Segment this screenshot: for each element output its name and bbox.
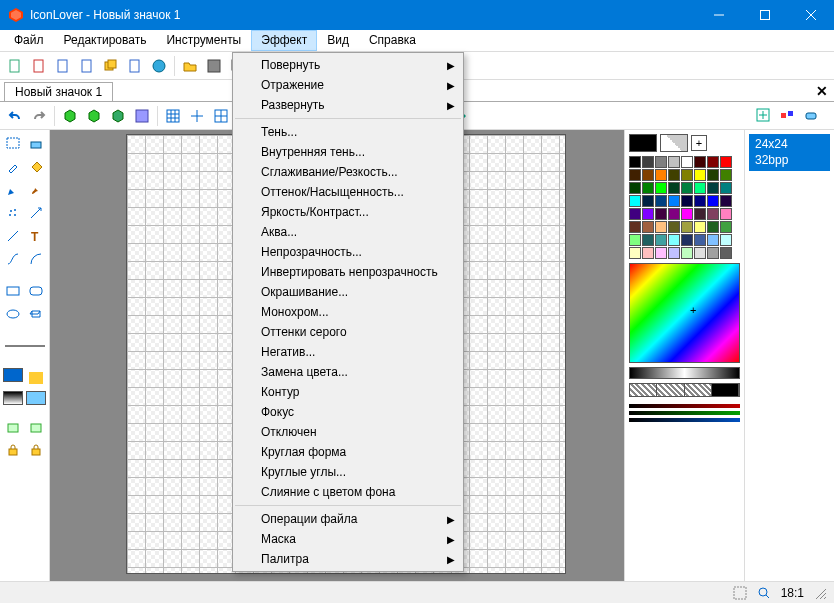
palette-swatch[interactable] [681, 208, 693, 220]
eraser-icon[interactable] [802, 106, 820, 124]
palette-swatch[interactable] [655, 221, 667, 233]
menu-invert-opacity[interactable]: Инвертировать непрозрачность [233, 262, 463, 282]
palette-swatch[interactable] [668, 169, 680, 181]
palette-swatch[interactable] [668, 247, 680, 259]
palette-swatch[interactable] [694, 208, 706, 220]
palette-swatch[interactable] [629, 208, 641, 220]
menu-unfold[interactable]: Развернуть▶ [233, 95, 463, 115]
palette-swatch[interactable] [694, 156, 706, 168]
alpha-sliders[interactable] [629, 401, 740, 422]
globe-icon[interactable] [150, 57, 168, 75]
palette-swatch[interactable] [655, 234, 667, 246]
palette-swatch[interactable] [668, 221, 680, 233]
pencil-tool[interactable] [3, 180, 23, 200]
menu-opacity[interactable]: Непрозрачность... [233, 242, 463, 262]
palette-swatch[interactable] [707, 234, 719, 246]
palette-swatch[interactable] [629, 247, 641, 259]
menu-hue[interactable]: Оттенок/Насыщенность... [233, 182, 463, 202]
brush-tool[interactable] [26, 180, 46, 200]
menu-view[interactable]: Вид [317, 30, 359, 51]
menu-aqua[interactable]: Аква... [233, 222, 463, 242]
layers-icon[interactable] [3, 417, 23, 437]
palette-swatch[interactable] [629, 182, 641, 194]
palette-swatch[interactable] [720, 208, 732, 220]
palette-swatch[interactable] [720, 221, 732, 233]
ellipse-tool[interactable] [3, 304, 23, 324]
redo-icon[interactable] [30, 107, 48, 125]
menu-round-shape[interactable]: Круглая форма [233, 442, 463, 462]
palette-swatch[interactable] [655, 195, 667, 207]
palette-swatch[interactable] [681, 169, 693, 181]
palette-swatch[interactable] [720, 247, 732, 259]
palette-swatch[interactable] [668, 182, 680, 194]
menu-outline[interactable]: Контур [233, 382, 463, 402]
menu-shadow[interactable]: Тень... [233, 122, 463, 142]
menu-round-corners[interactable]: Круглые углы... [233, 462, 463, 482]
curve-tool[interactable] [3, 249, 23, 269]
palette-swatch[interactable] [655, 169, 667, 181]
palette-swatch[interactable] [707, 182, 719, 194]
palette-swatch[interactable] [655, 208, 667, 220]
save-icon[interactable] [205, 57, 223, 75]
palette-swatch[interactable] [707, 169, 719, 181]
palette-swatch[interactable] [720, 195, 732, 207]
palette-swatch[interactable] [642, 247, 654, 259]
menu-rotate[interactable]: Повернуть▶ [233, 55, 463, 75]
palette-swatch[interactable] [655, 247, 667, 259]
alpha-line[interactable] [629, 411, 740, 415]
menu-negative[interactable]: Негатив... [233, 342, 463, 362]
menu-focus[interactable]: Фокус [233, 402, 463, 422]
eraser-tool[interactable] [26, 134, 46, 154]
palette-swatch[interactable] [707, 156, 719, 168]
undo-icon[interactable] [6, 107, 24, 125]
new-doc3-icon[interactable] [78, 57, 96, 75]
cube2-icon[interactable] [85, 107, 103, 125]
palette-swatch[interactable] [642, 234, 654, 246]
3d-tool[interactable] [26, 304, 46, 324]
palette-swatch[interactable] [720, 169, 732, 181]
palette-swatch[interactable] [642, 156, 654, 168]
menu-file-ops[interactable]: Операции файла▶ [233, 509, 463, 529]
palette-swatch[interactable] [681, 156, 693, 168]
menu-mono[interactable]: Монохром... [233, 302, 463, 322]
palette-swatch[interactable] [707, 195, 719, 207]
palette-swatch[interactable] [642, 208, 654, 220]
palette-swatch[interactable] [629, 195, 641, 207]
fill-pattern[interactable] [26, 368, 46, 388]
hue-picker[interactable] [629, 263, 740, 363]
palette-swatch[interactable] [668, 234, 680, 246]
palette-swatch[interactable] [681, 221, 693, 233]
menu-edit[interactable]: Редактировать [54, 30, 157, 51]
menu-mask[interactable]: Маска▶ [233, 529, 463, 549]
pattern-bar[interactable] [629, 383, 740, 397]
add-color-icon[interactable]: + [691, 135, 707, 151]
alpha-line[interactable] [629, 404, 740, 408]
gradient-tool[interactable] [26, 203, 46, 223]
palette-swatch[interactable] [668, 156, 680, 168]
palette-swatch[interactable] [694, 247, 706, 259]
menu-merge-bg[interactable]: Слияние с цветом фона [233, 482, 463, 502]
rect-tool[interactable] [3, 281, 23, 301]
fill-tool[interactable] [26, 157, 46, 177]
alpha-line[interactable] [629, 418, 740, 422]
palette-swatch[interactable] [720, 156, 732, 168]
resize-grip[interactable] [814, 587, 826, 599]
gradient-bar[interactable] [629, 367, 740, 379]
bg-color[interactable] [660, 134, 688, 152]
line-tool[interactable] [3, 226, 23, 246]
palette-swatch[interactable] [694, 221, 706, 233]
menu-flip[interactable]: Отражение▶ [233, 75, 463, 95]
color-swap-icon[interactable] [778, 106, 796, 124]
color-palette[interactable] [629, 156, 740, 259]
grid2-icon[interactable] [212, 107, 230, 125]
palette-swatch[interactable] [655, 182, 667, 194]
fg-color[interactable] [629, 134, 657, 152]
doc-tab[interactable]: Новый значок 1 [4, 82, 113, 101]
cube1-icon[interactable] [61, 107, 79, 125]
palette-swatch[interactable] [655, 156, 667, 168]
stack-icon[interactable] [102, 57, 120, 75]
menu-help[interactable]: Справка [359, 30, 426, 51]
arc-tool[interactable] [26, 249, 46, 269]
palette-swatch[interactable] [642, 195, 654, 207]
lock-icon[interactable] [3, 440, 23, 460]
